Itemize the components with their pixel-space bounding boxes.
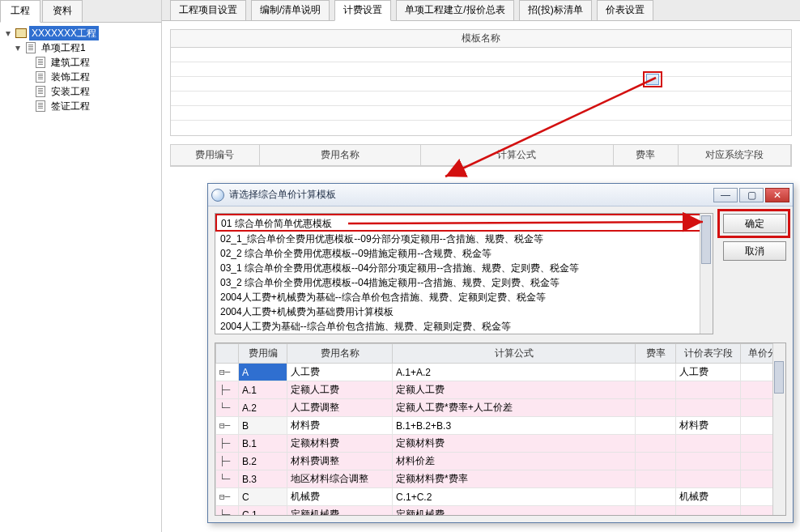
template-dialog: 请选择综合单价计算模板 — ▢ ✕ 01 综合单价简单优惠模板02_1_综合单价… (207, 183, 794, 523)
left-tab-project[interactable]: 工程 (0, 0, 40, 23)
scrollbar[interactable] (700, 214, 713, 334)
tree-item[interactable]: 建筑工程 (49, 55, 92, 70)
tree-toggle[interactable]: ▾ (13, 40, 23, 55)
grid-col-header[interactable]: 计算公式 (393, 344, 636, 364)
main-tab[interactable]: 工程项目设置 (170, 0, 246, 20)
main-tab[interactable]: 价表设置 (597, 0, 653, 20)
doc-icon (34, 100, 47, 112)
grid-row[interactable]: └─B.3地区材料综合调整定额材料费*费率 (216, 470, 785, 488)
template-option[interactable]: 02_2 综合单价全费用优惠模板--09措施定额用--含规费、税金等 (215, 246, 713, 261)
template-option[interactable]: 02_1_综合单价全费用优惠模板--09分部分项定额用--含措施、规费、税金等 (215, 232, 713, 246)
fee-grid: 费用编号费用名称计算公式费率对应系统字段 (170, 144, 792, 167)
template-row[interactable] (171, 77, 791, 92)
grid-col-header[interactable]: 费用名称 (287, 344, 393, 364)
left-tab-material[interactable]: 资料 (42, 0, 83, 22)
template-area: 模板名称 (170, 29, 792, 136)
grid-row[interactable]: ⊟─A人工费A.1+A.2人工费 (216, 364, 785, 381)
dialog-grid: 费用编费用名称计算公式费率计价表字段单价分 ⊟─A人工费A.1+A.2人工费├─… (215, 343, 786, 516)
tree-sub[interactable]: 单项工程1 (39, 40, 88, 55)
template-option[interactable]: 2004人工费+机械费为基础费用计算模板 (215, 304, 713, 319)
grid-row[interactable]: ├─A.1定额人工费定额人工费 (216, 381, 785, 399)
tree-root[interactable]: XXXXXXX工程 (29, 26, 99, 40)
fee-col-header[interactable]: 对应系统字段 (678, 145, 790, 166)
grid-row[interactable]: ⊟─C机械费C.1+C.2机械费 (216, 488, 785, 506)
template-option[interactable]: 03_1 综合单价全费用优惠模板--04分部分项定额用--含措施、规费、定则费、… (215, 261, 713, 275)
template-row[interactable] (171, 48, 791, 62)
main-tab[interactable]: 单项工程建立/报价总表 (396, 0, 513, 20)
left-panel: 工程 资料 ▾ XXXXXXX工程 ▾ 单项工程1 建筑工程装饰工程安装工程签证… (0, 0, 162, 532)
main-tabs: 工程项目设置编制/清单说明计费设置单项工程建立/报价总表招(投)标清单价表设置 (162, 0, 800, 21)
dialog-title: 请选择综合单价计算模板 (229, 188, 713, 202)
grid-row[interactable]: ├─B.2材料费调整材料价差 (216, 453, 785, 470)
doc-icon (34, 57, 47, 68)
minimize-button[interactable]: — (713, 188, 738, 202)
template-option[interactable]: 2004人工费+机械费为基础--综合单价包含措施、规费、定额则定费、税金等 (215, 290, 713, 304)
template-browse-button[interactable] (646, 74, 659, 85)
scroll-thumb[interactable] (774, 361, 784, 394)
grid-col-header[interactable] (216, 344, 239, 364)
tree-item[interactable]: 安装工程 (49, 84, 92, 99)
doc-icon (34, 86, 47, 97)
left-tabs: 工程 资料 (0, 0, 161, 23)
folder-icon (15, 28, 28, 39)
fee-col-header[interactable]: 费用编号 (171, 145, 259, 166)
close-button[interactable]: ✕ (765, 188, 789, 202)
main-tab[interactable]: 计费设置 (334, 0, 391, 21)
dialog-titlebar[interactable]: 请选择综合单价计算模板 — ▢ ✕ (208, 184, 793, 206)
maximize-button[interactable]: ▢ (739, 188, 764, 202)
grid-col-header[interactable]: 费用编 (239, 344, 287, 364)
template-row[interactable] (171, 121, 791, 135)
template-name-header: 模板名称 (170, 29, 792, 47)
tree-toggle[interactable]: ▾ (3, 26, 13, 40)
template-row[interactable] (171, 62, 791, 77)
template-option[interactable]: 2004人工费为基础--综合单价包含措施、规费、定额则定费、税金等 (215, 319, 713, 334)
grid-col-header[interactable]: 计价表字段 (676, 344, 741, 364)
tree-item[interactable]: 签证工程 (49, 99, 92, 113)
template-row[interactable] (171, 92, 791, 106)
grid-row[interactable]: ├─C.1定额机械费定额机械费 (216, 506, 785, 517)
main-tab[interactable]: 编制/清单说明 (251, 0, 330, 20)
app-logo-icon (211, 189, 224, 202)
template-option[interactable]: 01 综合单价简单优惠模板 (215, 214, 713, 232)
main-tab[interactable]: 招(投)标清单 (519, 0, 592, 20)
grid-row[interactable]: └─A.2人工费调整定额人工费*费率+人工价差 (216, 399, 785, 417)
scrollbar[interactable] (772, 343, 785, 515)
fee-col-header[interactable]: 计算公式 (420, 145, 614, 166)
cancel-button[interactable]: 取消 (723, 241, 786, 261)
template-browse-highlight (643, 71, 662, 87)
template-row[interactable] (171, 106, 791, 121)
scroll-thumb[interactable] (701, 215, 711, 264)
doc-icon (24, 42, 37, 53)
template-list[interactable]: 01 综合单价简单优惠模板02_1_综合单价全费用优惠模板--09分部分项定额用… (215, 213, 713, 334)
doc-icon (34, 71, 47, 83)
grid-col-header[interactable]: 费率 (636, 344, 676, 364)
ok-button[interactable]: 确定 (723, 214, 786, 233)
template-option[interactable]: 03_2 综合单价全费用优惠模板--04措施定额用--含措施、规费、定则费、税金… (215, 275, 713, 290)
project-tree: ▾ XXXXXXX工程 ▾ 单项工程1 建筑工程装饰工程安装工程签证工程 (0, 23, 161, 113)
fee-col-header[interactable]: 费率 (614, 145, 679, 166)
grid-row[interactable]: ├─B.1定额材料费定额材料费 (216, 435, 785, 453)
fee-col-header[interactable]: 费用名称 (259, 145, 420, 166)
grid-row[interactable]: ⊟─B材料费B.1+B.2+B.3材料费 (216, 417, 785, 435)
tree-item[interactable]: 装饰工程 (49, 70, 92, 84)
